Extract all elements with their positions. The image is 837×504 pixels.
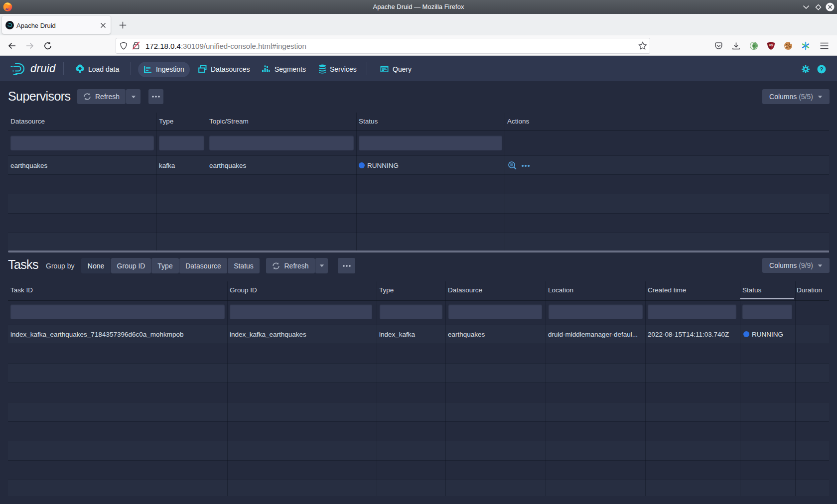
svg-text:?: ? xyxy=(820,66,823,72)
svg-text:UO: UO xyxy=(769,44,773,47)
